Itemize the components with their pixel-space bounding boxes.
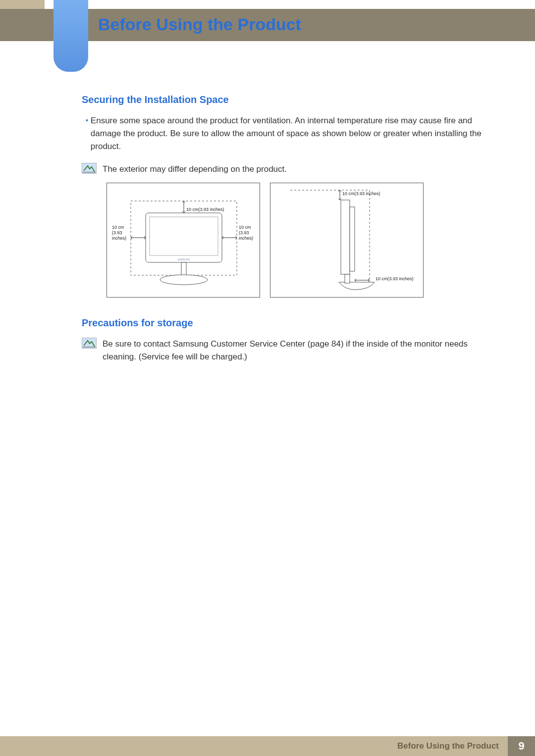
measure-top-side: 10 cm(3.93 inches) — [342, 191, 380, 197]
svg-rect-5 — [181, 262, 186, 276]
top-accent-strip — [0, 0, 45, 9]
note-icon — [82, 163, 97, 174]
note-icon — [82, 338, 97, 349]
svg-point-6 — [160, 275, 208, 285]
footer-chapter-label: Before Using the Product — [397, 741, 499, 751]
bullet-text: Ensure some space around the product for… — [91, 114, 488, 153]
measure-right-front: 10 cm (3.93 inches) — [239, 225, 256, 241]
measure-left-front: 10 cm (3.93 inches) — [112, 225, 129, 241]
svg-rect-12 — [345, 274, 350, 283]
diagram-side-view: 10 cm(3.93 inches) 10 cm(3.93 inches) — [270, 183, 424, 298]
svg-rect-10 — [341, 200, 350, 274]
section-heading-storage: Precautions for storage — [82, 317, 488, 329]
footer-bar: Before Using the Product 9 — [0, 736, 535, 756]
footer-page-number: 9 — [518, 740, 524, 753]
section-heading-installation-space: Securing the Installation Space — [82, 94, 488, 105]
bullet-marker: • — [82, 114, 91, 153]
chapter-tab — [54, 0, 88, 72]
footer-page-number-box: 9 — [508, 736, 535, 756]
note-block: The exterior may differ depending on the… — [82, 163, 488, 176]
diagram-row: SAMSUNG 10 cm(3.93 inches) 10 cm (3.93 i… — [107, 183, 488, 298]
chapter-title: Before Using the Product — [98, 15, 301, 34]
svg-rect-11 — [350, 207, 355, 271]
bullet-item: • Ensure some space around the product f… — [82, 114, 488, 153]
note-text-storage: Be sure to contact Samsung Customer Serv… — [103, 338, 488, 363]
note-block-storage: Be sure to contact Samsung Customer Serv… — [82, 338, 488, 363]
diagram-front-view: SAMSUNG 10 cm(3.93 inches) 10 cm (3.93 i… — [107, 183, 260, 298]
measure-back-side: 10 cm(3.93 inches) — [375, 276, 414, 282]
brand-label: SAMSUNG — [177, 258, 190, 261]
page-content: Securing the Installation Space • Ensure… — [82, 94, 488, 370]
measure-top-front: 10 cm(3.93 inches) — [186, 207, 224, 212]
svg-rect-4 — [150, 217, 218, 255]
note-text: The exterior may differ depending on the… — [103, 163, 287, 176]
